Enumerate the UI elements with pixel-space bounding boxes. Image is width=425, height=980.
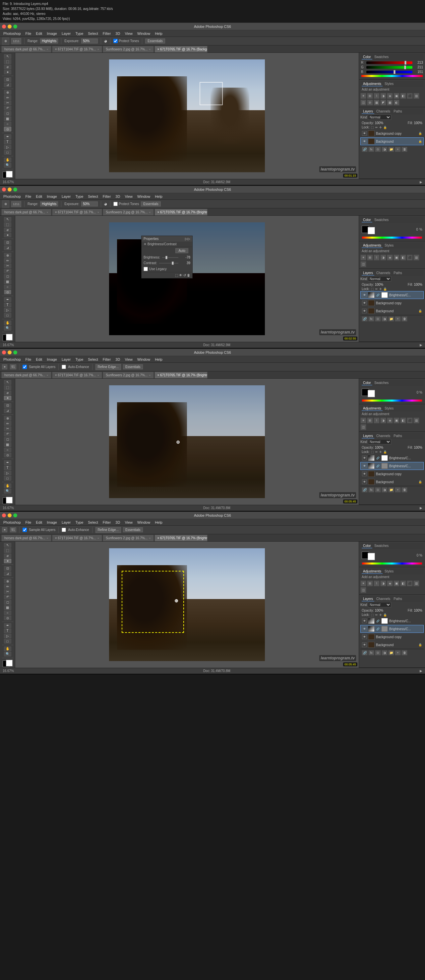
adj-icon-bc-1[interactable]: ☀ [360,93,366,99]
adj-cv-3[interactable]: ⌇ [374,417,380,423]
menu-select-4[interactable]: Select [86,520,100,525]
adj-tab-1[interactable]: Adjustments [362,82,382,86]
opacity-val-3[interactable]: 100% [375,446,384,449]
tool-eyedropper-1[interactable]: ⊿ [4,83,11,87]
tab-close-1[interactable]: × [47,48,48,51]
adj-ex-3[interactable]: ◑ [380,417,386,423]
tool-lasso-3[interactable]: ⌀ [4,391,11,395]
min-btn-2[interactable] [8,188,12,191]
menu-type-2[interactable]: Type [73,194,85,199]
layer-mask-btn-2[interactable]: ⊙ [375,316,381,321]
layer-folder-btn-1[interactable]: 📁 [388,147,394,152]
tool-shape-2[interactable]: □ [4,313,11,318]
layer-eye-bgcopy-3[interactable]: 👁 [362,472,367,476]
layer-adj-btn-2[interactable]: ◑ [382,316,387,321]
tool-eraser-4[interactable]: ◻ [4,600,11,605]
lock-a-2[interactable]: 🔒 [383,287,387,291]
adj-icon-vib-2[interactable]: ◈ [387,255,393,261]
llb-fx-3[interactable]: fx [368,487,374,493]
tab-close-3[interactable]: × [149,48,151,51]
llb-adj-4[interactable]: ◑ [382,650,387,655]
tool-marquee-2[interactable]: ⬚ [4,222,11,227]
tool-gradient-2[interactable]: ▦ [4,280,11,284]
tool-zoom-4[interactable]: 🔍 [4,652,11,656]
tool-gradient-3[interactable]: ▦ [4,442,11,447]
tool-history-4[interactable]: ↶ [4,595,11,599]
adj-icon-cb-2[interactable]: ◧ [400,255,406,261]
min-btn-4[interactable] [8,513,12,517]
menu-help-4[interactable]: Help [153,520,165,525]
tool-eyedropper-2[interactable]: ⊿ [4,246,11,250]
layer-eye-bc2-4[interactable]: 👁 [362,627,367,631]
sample-all-layers-check-3[interactable] [22,365,27,369]
min-btn-3[interactable] [8,350,12,355]
llb-adj-3[interactable]: ◑ [382,487,387,493]
lock-i-3[interactable]: ✏ [375,450,378,453]
opacity-val-4[interactable]: 100% [375,609,384,612]
tab-sunflowers-4[interactable]: Sunflowers 2.jpg @ 16.7%... × [103,535,154,541]
tool-shape-4[interactable]: □ [4,639,11,643]
tool-eyedropper-4[interactable]: ⊿ [4,571,11,576]
lock-image-1[interactable]: ✏ [375,126,378,129]
adj-lv-4[interactable]: ⊞ [367,581,373,586]
menu-layer-3[interactable]: Layer [60,357,73,362]
layer-eye-bg-1[interactable]: 👁 [362,139,367,144]
paths-tab-2[interactable]: Paths [392,271,403,275]
adj-hs-4[interactable]: ▣ [393,581,400,586]
auto-enhance-check-4[interactable] [62,528,66,532]
tab-close-2[interactable]: × [97,48,99,51]
layer-eye-bc1-2[interactable]: 👁 [362,293,367,298]
layer-folder-btn-2[interactable]: 📁 [388,316,394,321]
panel-tab-swatches-1[interactable]: Swatches [373,55,390,59]
llb-mask-3[interactable]: ⊙ [375,487,381,493]
panel-tab-color-2[interactable]: Color [362,218,372,222]
bg-color-3[interactable] [6,497,13,503]
layers-tab-4[interactable]: Layers [362,597,374,601]
tool-hand-3[interactable]: ✋ [4,484,11,488]
adj-icon-exp-2[interactable]: ◑ [380,255,386,261]
range-value-2[interactable]: Highlights [40,202,58,207]
layer-bgcopy-3[interactable]: 👁 Background copy [360,470,424,478]
menu-layer-2[interactable]: Layer [60,194,73,199]
layer-bg-1[interactable]: 👁 Background 🔒 [360,137,424,145]
menu-photoshop-3[interactable]: Photoshop [1,357,23,362]
styles-tab-4[interactable]: Styles [383,569,395,574]
tool-text-2[interactable]: T [4,303,11,307]
tool-shape-3[interactable]: □ [4,476,11,480]
styles-tab-2[interactable]: Styles [383,243,395,248]
protect-tones-check-1[interactable] [113,39,118,43]
layer-bgcopy-4[interactable]: 👁 Background copy [360,633,424,641]
tool-stamp-1[interactable]: ✂ [4,100,11,105]
adj-icon-exposure-1[interactable]: ◑ [380,93,386,99]
color-spectrum-1[interactable] [361,75,423,77]
adj-bw-3[interactable]: ⬛ [407,417,413,423]
qs-tool-icon-4[interactable]: ✦ [2,527,7,532]
layer-bg-4[interactable]: 👁 Background 🔒 [360,641,424,649]
layer-bc1-2[interactable]: 👁 🔗 Brightness/C... [360,291,424,299]
g-thumb-1[interactable] [404,65,406,69]
tool-history-3[interactable]: ↶ [4,432,11,436]
menu-image-1[interactable]: Image [45,31,59,36]
tool-lasso-4[interactable]: ⌀ [4,554,11,558]
lock-p-3[interactable]: ✛ [379,450,382,453]
layer-eye-bg-2[interactable]: 👁 [362,309,367,313]
layer-bc1-3[interactable]: 👁 🔗 Brightness/C... [360,454,424,462]
layers-tab-1[interactable]: Layers [362,109,374,114]
b-slider-1[interactable] [366,71,412,73]
adj-tab-2[interactable]: Adjustments [362,243,382,248]
tool-path-1[interactable]: ▷ [4,145,11,150]
lock-a-3[interactable]: 🔒 [383,450,387,453]
panel-tab-swatches-4[interactable]: Swatches [373,544,390,548]
tool-zoom-1[interactable]: 🔍 [4,163,11,168]
layer-bc2-3[interactable]: 👁 🔗 Brightness/C... [360,462,424,470]
layers-tab-3[interactable]: Layers [362,434,374,438]
max-btn-4[interactable] [13,513,17,517]
layer-adj-btn-1[interactable]: ◑ [382,147,387,152]
tool-dodge-2[interactable]: ⊙ [4,290,11,294]
essentials-btn-2[interactable]: Essentials [141,202,161,207]
llb-link-4[interactable]: 🔗 [362,650,368,655]
b-thumb-1[interactable] [393,70,395,74]
adj-tab-3[interactable]: Adjustments [362,406,382,411]
tool-brush-3[interactable]: ✏ [4,421,11,426]
lock-t-3[interactable]: ⬚ [371,450,374,453]
